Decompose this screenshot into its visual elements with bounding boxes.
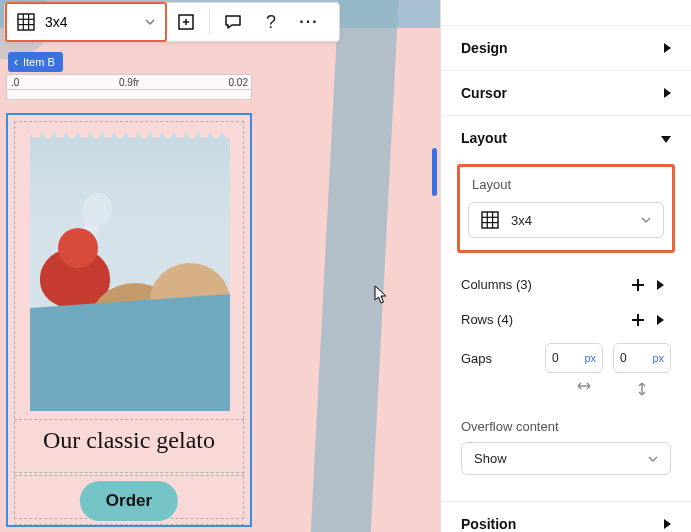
panel-section bbox=[441, 0, 691, 26]
gap-vertical-icon bbox=[613, 381, 671, 397]
section-cursor[interactable]: Cursor bbox=[441, 71, 691, 116]
chevron-down-icon bbox=[661, 130, 671, 146]
gap-horizontal-input[interactable]: 0 px bbox=[545, 343, 603, 373]
section-position[interactable]: Position bbox=[441, 502, 691, 532]
gap-h-value: 0 bbox=[552, 351, 584, 365]
overflow-dropdown[interactable]: Show bbox=[461, 442, 671, 475]
section-title: Layout bbox=[461, 130, 507, 146]
breadcrumb[interactable]: Item B bbox=[8, 52, 63, 72]
rows-expand-button[interactable] bbox=[649, 315, 671, 325]
comment-button[interactable] bbox=[214, 3, 252, 41]
grid-icon bbox=[17, 13, 35, 31]
ruler-tick: 0.02 bbox=[229, 77, 248, 88]
chevron-right-icon bbox=[664, 85, 671, 101]
column-ruler[interactable]: .0 0.9fr 0.02 bbox=[6, 74, 252, 100]
add-column-button[interactable] bbox=[627, 278, 649, 292]
section-design[interactable]: Design bbox=[441, 26, 691, 71]
layout-grid-dropdown[interactable]: 3x4 bbox=[468, 202, 664, 238]
add-row-button[interactable] bbox=[627, 313, 649, 327]
grid-size-dropdown[interactable]: 3x4 bbox=[5, 2, 167, 42]
chevron-right-icon bbox=[664, 40, 671, 56]
gap-h-unit[interactable]: px bbox=[584, 352, 596, 364]
canvas: 3x4 ? ··· Item B .0 0.9fr 0.02 bbox=[0, 0, 440, 532]
gap-horizontal-icon bbox=[555, 381, 613, 397]
columns-label: Columns (3) bbox=[461, 277, 627, 292]
gaps-label: Gaps bbox=[461, 351, 535, 366]
ruler-tick: .0 bbox=[11, 77, 19, 88]
chevron-down-icon bbox=[145, 17, 155, 27]
gap-vertical-input[interactable]: 0 px bbox=[613, 343, 671, 373]
cursor-icon bbox=[374, 285, 388, 305]
inspector-panel: Design Cursor Layout Layout bbox=[440, 0, 691, 532]
gaps-row: Gaps 0 px 0 px bbox=[457, 337, 675, 377]
canvas-bg bbox=[309, 0, 400, 532]
floating-toolbar: 3x4 ? ··· bbox=[4, 2, 340, 42]
grid-size-value: 3x4 bbox=[45, 14, 68, 30]
canvas-scrollbar[interactable] bbox=[432, 148, 437, 196]
product-caption[interactable]: Our classic gelato bbox=[8, 427, 250, 454]
more-button[interactable]: ··· bbox=[290, 3, 328, 41]
chevron-down-icon bbox=[648, 454, 658, 464]
section-title: Design bbox=[461, 40, 508, 56]
separator bbox=[209, 9, 210, 35]
ruler-tick: 0.9fr bbox=[119, 77, 139, 88]
section-title: Cursor bbox=[461, 85, 507, 101]
rows-label: Rows (4) bbox=[461, 312, 627, 327]
chevron-down-icon bbox=[641, 215, 651, 225]
grid-icon bbox=[481, 211, 499, 229]
gap-v-unit[interactable]: px bbox=[652, 352, 664, 364]
chevron-right-icon bbox=[664, 516, 671, 532]
layout-highlight: Layout 3x4 bbox=[457, 164, 675, 253]
svg-rect-0 bbox=[18, 14, 34, 30]
breadcrumb-label: Item B bbox=[23, 56, 55, 68]
section-layout-header[interactable]: Layout bbox=[441, 116, 691, 160]
product-image[interactable] bbox=[30, 133, 230, 411]
selected-grid-item[interactable]: Our classic gelato Order bbox=[6, 113, 252, 527]
overflow-value: Show bbox=[474, 451, 507, 466]
columns-row: Columns (3) bbox=[457, 267, 675, 302]
layout-label: Layout bbox=[472, 177, 664, 192]
svg-rect-8 bbox=[482, 212, 498, 228]
rows-row: Rows (4) bbox=[457, 302, 675, 337]
focus-element-button[interactable] bbox=[167, 3, 205, 41]
overflow-label: Overflow content bbox=[457, 411, 675, 442]
layout-grid-value: 3x4 bbox=[511, 213, 532, 228]
columns-expand-button[interactable] bbox=[649, 280, 671, 290]
help-button[interactable]: ? bbox=[252, 3, 290, 41]
gap-v-value: 0 bbox=[620, 351, 652, 365]
order-button[interactable]: Order bbox=[80, 481, 178, 521]
ruler-bar bbox=[7, 89, 251, 99]
section-layout: Layout Layout 3x4 bbox=[441, 116, 691, 502]
section-title: Position bbox=[461, 516, 516, 532]
